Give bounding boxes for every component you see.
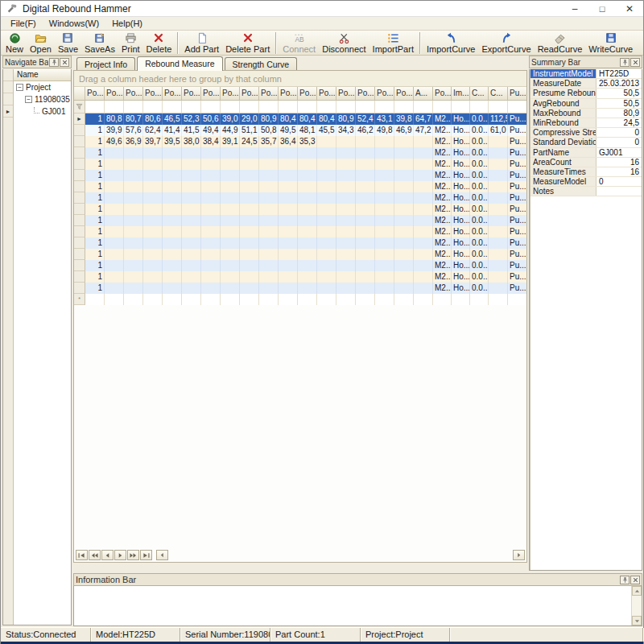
grid-cell[interactable]: 0.0... <box>470 192 489 204</box>
grid-cell[interactable]: 39,8 <box>394 114 414 125</box>
filter-cell[interactable] <box>85 101 105 114</box>
summary-row-measuretimes[interactable]: MeasureTimes16 <box>530 167 642 177</box>
grid-cell[interactable]: Ho... <box>452 226 470 237</box>
filter-cell[interactable] <box>356 101 375 114</box>
grid-cell[interactable] <box>221 249 240 260</box>
hscroll-left-icon[interactable] <box>156 550 168 560</box>
grid-cell[interactable] <box>143 271 163 283</box>
grid-cell[interactable] <box>375 283 394 294</box>
grid-cell[interactable]: Ho... <box>452 181 470 192</box>
table-row[interactable]: 1M2...Ho...0.0...Pu... <box>74 271 526 283</box>
grid-cell[interactable] <box>182 170 201 181</box>
grid-cell[interactable] <box>317 215 336 226</box>
grid-cell[interactable]: 49,4 <box>201 125 221 136</box>
grid-cell[interactable]: Ho... <box>452 215 470 226</box>
table-row[interactable]: ►180,880,780,646,552,350,639,029,080,980… <box>74 114 526 125</box>
grid-cell[interactable]: 35,7 <box>259 136 279 147</box>
filter-cell[interactable] <box>394 101 414 114</box>
grid-cell[interactable] <box>414 192 433 204</box>
grid-cell[interactable]: M2... <box>433 125 452 136</box>
save-button[interactable]: Save <box>55 31 81 55</box>
grid-cell[interactable]: 39,1 <box>221 136 240 147</box>
grid-cell[interactable] <box>375 271 394 283</box>
column-header[interactable]: Po... <box>240 87 259 101</box>
grid-cell[interactable] <box>279 147 298 159</box>
grid-cell[interactable]: 0.0... <box>470 226 489 237</box>
grid-cell[interactable]: Ho... <box>452 249 470 260</box>
grid-cell[interactable]: 52,3 <box>182 114 201 125</box>
filter-cell[interactable] <box>470 101 489 114</box>
grid-cell[interactable]: Pu... <box>508 192 527 204</box>
grid-cell[interactable]: Pu... <box>508 215 527 226</box>
grid-cell[interactable]: 1 <box>85 215 105 226</box>
grid-cell[interactable] <box>143 283 163 294</box>
grid-cell[interactable]: 0.0... <box>470 147 489 159</box>
grid-cell[interactable] <box>336 237 356 249</box>
column-header[interactable]: Po... <box>375 87 394 101</box>
grid-cell[interactable] <box>221 159 240 170</box>
grid-cell[interactable]: M2... <box>433 260 452 271</box>
grid-cell[interactable] <box>356 283 375 294</box>
grid-cell[interactable]: 1 <box>85 237 105 249</box>
grid-cell[interactable] <box>240 181 259 192</box>
grid-cell[interactable]: 0.0... <box>470 237 489 249</box>
grid-cell[interactable] <box>124 283 143 294</box>
grid-cell[interactable]: Ho... <box>452 159 470 170</box>
grid-cell[interactable]: 49,6 <box>105 136 124 147</box>
grid-cell[interactable]: 0.0... <box>470 114 489 125</box>
exportcurve-button[interactable]: ExportCurve <box>479 31 535 55</box>
grid-cell[interactable] <box>489 170 508 181</box>
grid-cell[interactable]: 39,9 <box>105 125 124 136</box>
filter-cell[interactable] <box>452 101 470 114</box>
grid-cell[interactable] <box>356 237 375 249</box>
grid-cell[interactable] <box>414 147 433 159</box>
grid-cell[interactable] <box>394 170 414 181</box>
grid-cell[interactable] <box>105 226 124 237</box>
grid-cell[interactable] <box>356 271 375 283</box>
close-button[interactable]: ✕ <box>616 1 643 16</box>
grid-cell[interactable] <box>279 237 298 249</box>
grid-cell[interactable]: 51,1 <box>240 125 259 136</box>
grid-cell[interactable]: 49,8 <box>375 125 394 136</box>
grid-cell[interactable]: 24,5 <box>240 136 259 147</box>
grid-cell[interactable] <box>298 147 317 159</box>
grid-cell[interactable]: Pu... <box>508 226 527 237</box>
grid-cell[interactable] <box>336 147 356 159</box>
table-row[interactable]: 1M2...Ho...0.0...Pu... <box>74 237 526 249</box>
grid-cell[interactable] <box>105 237 124 249</box>
grid-cell[interactable] <box>489 192 508 204</box>
grid-cell[interactable] <box>105 192 124 204</box>
grid-cell[interactable]: M2... <box>433 159 452 170</box>
grid-cell[interactable]: 41,4 <box>163 125 182 136</box>
grid-cell[interactable] <box>201 159 221 170</box>
grid-cell[interactable] <box>259 237 279 249</box>
grid-cell[interactable] <box>182 192 201 204</box>
table-row[interactable]: 1M2...Ho...0.0...Pu... <box>74 215 526 226</box>
grid-cell[interactable]: 1 <box>85 283 105 294</box>
filter-cell[interactable] <box>336 101 356 114</box>
grid-cell[interactable] <box>356 249 375 260</box>
grid-cell[interactable] <box>124 260 143 271</box>
grid-cell[interactable] <box>163 283 182 294</box>
grid-cell[interactable] <box>259 271 279 283</box>
grid-cell[interactable]: M2... <box>433 226 452 237</box>
grid-cell[interactable] <box>124 249 143 260</box>
grid-cell[interactable]: 36,9 <box>124 136 143 147</box>
grid-cell[interactable] <box>336 192 356 204</box>
grid-cell[interactable]: 1 <box>85 271 105 283</box>
grid-cell[interactable] <box>356 260 375 271</box>
grid-cell[interactable] <box>298 271 317 283</box>
table-row[interactable]: 139,957,662,441,441,549,444,951,150,849,… <box>74 125 526 136</box>
grid-cell[interactable] <box>317 237 336 249</box>
summary-row-partname[interactable]: PartNameGJ001 <box>530 148 642 158</box>
column-header[interactable]: Po... <box>143 87 163 101</box>
grid-cell[interactable]: 34,3 <box>336 125 356 136</box>
grid-cell[interactable] <box>143 204 163 215</box>
grid-cell[interactable] <box>298 226 317 237</box>
grid-cell[interactable]: 48,1 <box>298 125 317 136</box>
filter-cell[interactable] <box>298 101 317 114</box>
grid-cell[interactable] <box>414 181 433 192</box>
filter-cell[interactable] <box>143 101 163 114</box>
grid-cell[interactable]: Ho... <box>452 204 470 215</box>
filter-cell[interactable] <box>414 101 433 114</box>
